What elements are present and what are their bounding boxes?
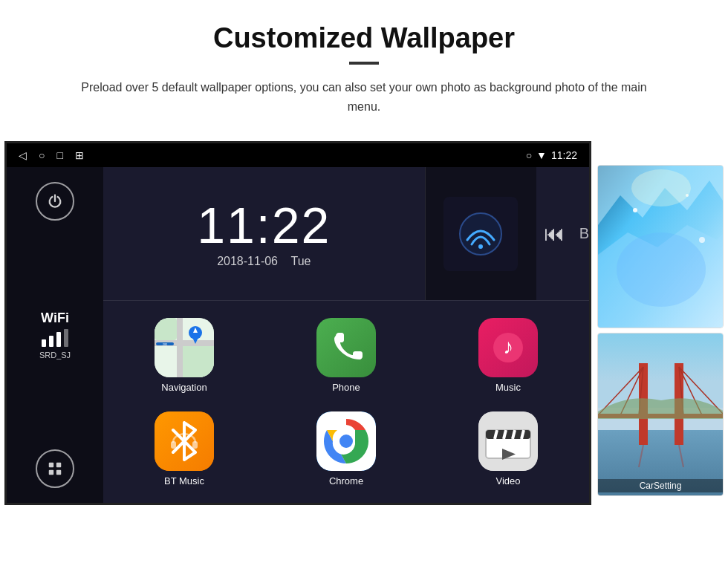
wallpaper-thumb-bridge[interactable]: CarSetting <box>597 333 724 496</box>
svg-rect-0 <box>42 339 46 347</box>
svg-rect-7 <box>56 470 61 475</box>
svg-rect-5 <box>56 463 61 467</box>
svg-rect-6 <box>49 470 53 475</box>
status-time: 11:22 <box>551 149 577 161</box>
wallpaper-thumb-ice[interactable] <box>597 165 724 328</box>
bt-music-app-label: BT Music <box>164 475 204 486</box>
power-button[interactable] <box>36 182 74 221</box>
radio-icon <box>458 212 503 256</box>
wifi-label: WiFi <box>39 310 71 326</box>
page-container: Customized Wallpaper Preload over 5 defa… <box>0 0 728 520</box>
phone-app-label: Phone <box>332 382 360 393</box>
phone-app-icon <box>316 318 376 377</box>
svg-rect-2 <box>56 332 61 347</box>
next-track-label: B <box>579 225 589 242</box>
ice-wallpaper-svg <box>598 166 724 328</box>
screen-main: 11:22 2018-11-06 Tue <box>103 167 589 503</box>
date-display: 2018-11-06 Tue <box>217 255 311 268</box>
wifi-info: WiFi SRD_SJ <box>39 310 71 359</box>
nav-app-icon: 280 <box>155 318 214 377</box>
status-bar-right: ○ ▼ 11:22 <box>526 149 577 161</box>
bt-app-icon <box>155 411 214 471</box>
music-app-icon: ♪ <box>478 318 538 377</box>
media-widget <box>425 167 536 300</box>
home-nav-icon[interactable]: ○ <box>39 149 45 161</box>
wifi-status-icon: ▼ <box>536 149 547 161</box>
grid-icon <box>47 461 63 477</box>
media-icon-box <box>443 197 518 271</box>
nav-app-label: Navigation <box>161 382 207 393</box>
car-setting-label: CarSetting <box>598 479 723 492</box>
prev-track-button[interactable]: ⏮ <box>544 221 565 246</box>
navigation-icon-svg: 280 <box>155 318 214 377</box>
time-display: 11:22 <box>197 200 331 250</box>
status-bar: ◁ ○ □ ⊞ ○ ▼ 11:22 <box>7 143 589 167</box>
back-nav-icon[interactable]: ◁ <box>19 149 27 161</box>
bt-icon-svg <box>155 411 214 471</box>
svg-rect-3 <box>64 329 68 347</box>
wallpaper-thumbnails: CarSetting <box>597 141 724 496</box>
video-app-icon <box>478 411 538 471</box>
power-icon <box>47 193 63 209</box>
page-title: Customized Wallpaper <box>30 22 698 54</box>
app-item-video[interactable]: Video <box>427 402 589 495</box>
all-apps-button[interactable] <box>36 449 74 488</box>
apps-grid: 280 Navigation <box>103 301 589 503</box>
svg-point-9 <box>478 244 483 249</box>
chrome-app-label: Chrome <box>329 475 363 486</box>
app-item-chrome[interactable]: Chrome <box>265 402 427 495</box>
title-divider <box>349 62 379 65</box>
left-sidebar: WiFi SRD_SJ <box>7 167 103 503</box>
app-item-bt-music[interactable]: BT Music <box>103 402 265 495</box>
app-item-phone[interactable]: Phone <box>265 308 427 402</box>
time-widget: 11:22 2018-11-06 Tue <box>103 167 425 300</box>
music-icon-svg: ♪ <box>490 330 526 365</box>
svg-rect-13 <box>155 318 177 340</box>
app-item-navigation[interactable]: 280 Navigation <box>103 308 265 402</box>
svg-rect-4 <box>49 463 53 467</box>
recents-nav-icon[interactable]: □ <box>56 149 62 161</box>
page-subtitle: Preload over 5 default wallpaper options… <box>74 78 654 116</box>
video-app-label: Video <box>495 475 520 486</box>
svg-text:♪: ♪ <box>503 335 513 358</box>
svg-rect-24 <box>171 441 176 449</box>
svg-rect-1 <box>49 336 53 347</box>
svg-point-44 <box>699 237 705 243</box>
top-row: 11:22 2018-11-06 Tue <box>103 167 589 301</box>
svg-text:280: 280 <box>163 342 168 346</box>
android-screen: ◁ ○ □ ⊞ ○ ▼ 11:22 <box>4 141 591 505</box>
location-icon: ○ <box>526 149 532 161</box>
svg-point-45 <box>631 169 691 206</box>
status-bar-left: ◁ ○ □ ⊞ <box>19 149 84 161</box>
video-icon-svg <box>478 411 538 471</box>
wifi-ssid: SRD_SJ <box>39 351 71 359</box>
screenshot-nav-icon[interactable]: ⊞ <box>75 149 84 161</box>
svg-point-29 <box>339 435 353 448</box>
app-item-music[interactable]: ♪ Music <box>427 308 589 402</box>
svg-point-41 <box>617 232 706 307</box>
main-content: ◁ ○ □ ⊞ ○ ▼ 11:22 <box>0 141 728 520</box>
media-controls: ⏮ B <box>544 167 589 300</box>
svg-rect-12 <box>177 318 183 377</box>
phone-icon-svg <box>328 330 364 365</box>
page-header: Customized Wallpaper Preload over 5 defa… <box>0 0 728 141</box>
svg-point-42 <box>633 208 637 212</box>
screen-body: WiFi SRD_SJ <box>7 167 589 503</box>
chrome-app-icon <box>316 411 376 471</box>
chrome-icon-svg <box>316 411 376 471</box>
music-app-label: Music <box>495 382 521 393</box>
svg-rect-25 <box>192 441 198 449</box>
bridge-wallpaper-svg <box>598 333 724 496</box>
svg-rect-14 <box>183 346 214 377</box>
wifi-bars-icon <box>39 329 71 349</box>
